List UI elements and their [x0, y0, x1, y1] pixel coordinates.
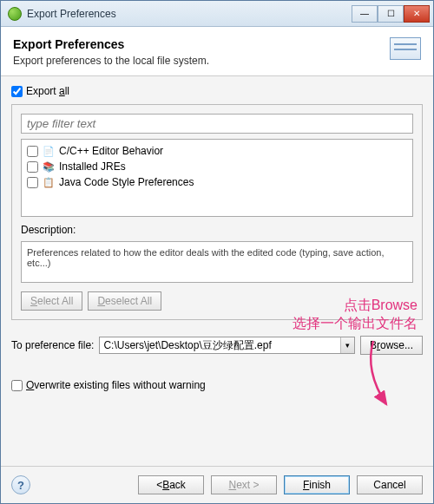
dialog-footer: ? < Back Next > Finish Cancel	[1, 466, 433, 503]
header-description: Export preferences to the local file sys…	[13, 55, 390, 67]
back-button[interactable]: < Back	[138, 475, 204, 494]
close-button[interactable]: ✕	[404, 5, 430, 23]
export-preferences-dialog: Export Preferences — ☐ ✕ Export Preferen…	[0, 0, 434, 504]
maximize-button[interactable]: ☐	[378, 5, 404, 23]
tree-item[interactable]: 📋 Java Code Style Preferences	[25, 174, 409, 190]
header-title: Export Preferences	[13, 37, 390, 51]
pref-file-input[interactable]	[100, 337, 340, 353]
export-all-checkbox-row[interactable]: Export all	[11, 85, 423, 97]
help-button[interactable]: ?	[11, 475, 30, 494]
cancel-button[interactable]: Cancel	[357, 475, 423, 494]
titlebar: Export Preferences — ☐ ✕	[1, 1, 433, 27]
minimize-button[interactable]: —	[352, 5, 378, 23]
window-title: Export Preferences	[27, 8, 352, 20]
preferences-tree[interactable]: 📄 C/C++ Editor Behavior 📚 Installed JREs…	[21, 139, 413, 217]
tree-item-checkbox[interactable]	[27, 146, 38, 157]
tree-item-checkbox[interactable]	[27, 161, 38, 173]
app-icon	[8, 7, 22, 21]
next-button[interactable]: Next >	[211, 475, 277, 494]
deselect-all-button[interactable]: Deselect All	[88, 291, 161, 311]
tree-item[interactable]: 📚 Installed JREs	[25, 159, 409, 174]
tree-item-checkbox[interactable]	[27, 177, 38, 188]
description-box: Preferences related to how the editor de…	[21, 241, 413, 283]
cpp-icon: 📄	[42, 144, 56, 158]
overwrite-checkbox[interactable]	[11, 380, 23, 391]
export-all-checkbox[interactable]	[11, 86, 23, 97]
browse-button[interactable]: Browse...	[360, 336, 423, 355]
filter-input[interactable]	[21, 114, 413, 134]
tree-item-label: Installed JREs	[59, 160, 126, 173]
tree-item-label: C/C++ Editor Behavior	[59, 145, 163, 157]
jre-icon: 📚	[42, 160, 56, 173]
chevron-down-icon[interactable]: ▾	[340, 337, 354, 353]
overwrite-checkbox-row[interactable]: Overwrite existing files without warning	[11, 379, 423, 391]
pref-file-combo[interactable]: ▾	[99, 337, 355, 354]
java-icon: 📋	[42, 175, 56, 189]
select-all-button[interactable]: Select All	[21, 291, 82, 311]
tree-item-label: Java Code Style Preferences	[59, 176, 194, 188]
pref-file-label: To preference file:	[11, 339, 94, 351]
preferences-panel: 📄 C/C++ Editor Behavior 📚 Installed JREs…	[11, 104, 423, 320]
finish-button[interactable]: Finish	[284, 475, 350, 494]
preferences-icon	[390, 37, 421, 60]
dialog-header: Export Preferences Export preferences to…	[1, 27, 433, 76]
description-label: Description:	[21, 224, 413, 236]
tree-item[interactable]: 📄 C/C++ Editor Behavior	[25, 143, 409, 159]
